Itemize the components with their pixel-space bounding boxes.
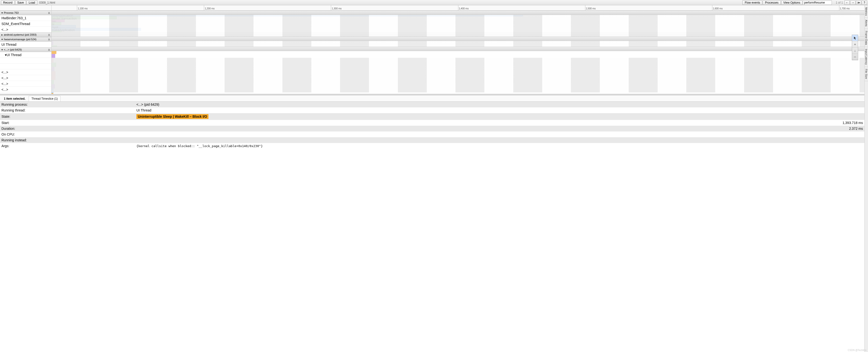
detail-key: Running instead:: [0, 137, 135, 143]
record-button[interactable]: Record: [1, 0, 15, 5]
detail-value: Uninterruptible Sleep | WakeKill – Block…: [135, 113, 864, 120]
time-ruler[interactable]: 1,100 ms1,200 ms1,300 ms1,400 ms1,500 ms…: [52, 5, 864, 10]
lane-dots-d[interactable]: [52, 87, 864, 93]
pan-tool-button[interactable]: ↔: [852, 54, 858, 60]
thread-label-dots-a[interactable]: <...>: [0, 69, 51, 75]
thread-label-sdm[interactable]: SDM_EventThread: [0, 21, 51, 27]
search-prev-button[interactable]: ←: [844, 0, 850, 5]
detail-key: Duration:: [0, 126, 135, 132]
detail-row: Start:1,393.718 ms: [0, 120, 864, 126]
lane-6429-row2[interactable]: [52, 58, 864, 64]
time-ruler-row: 1,100 ms1,200 ms1,300 ms1,400 ms1,500 ms…: [0, 5, 864, 10]
process-header-2093[interactable]: ▸android.systemui (pid 2093) X: [0, 33, 51, 37]
search-input[interactable]: [803, 0, 832, 5]
lane-dots1[interactable]: [52, 27, 864, 32]
thread-label-dots-c[interactable]: <...>: [0, 81, 51, 87]
detail-row: State:Uninterruptible Sleep | WakeKill –…: [0, 113, 864, 120]
detail-row: On CPU:: [0, 132, 864, 137]
detail-row: Args:{kernel callsite when blocked:: "__…: [0, 143, 864, 149]
thread-label-dots-b[interactable]: <...>: [0, 75, 51, 81]
close-icon[interactable]: X: [48, 11, 50, 14]
lane-6429-row3[interactable]: [52, 64, 864, 69]
pointer-icon: [853, 36, 857, 40]
file-title: 0309_1.html: [39, 1, 55, 4]
thread-label-dots-d[interactable]: <...>: [0, 87, 51, 93]
process-header-763[interactable]: ▾Process 763 X: [0, 10, 51, 15]
tab-thread-timeslice[interactable]: Thread Timeslice (1): [29, 96, 60, 101]
detail-value: [135, 132, 864, 137]
thread-label-ui-6429[interactable]: ▾ UI Thread: [0, 52, 51, 58]
detail-key: On CPU:: [0, 132, 135, 137]
lane-ui-524[interactable]: [52, 41, 864, 47]
right-side-tabs: Metrics Alerts Frame Data Input Latency …: [864, 5, 868, 352]
detail-row: Running thread:UI Thread: [0, 107, 864, 113]
detail-value: <...> (pid 6429): [135, 102, 864, 107]
thread-label-hwbinder[interactable]: HwBinder:763_1: [0, 15, 51, 21]
detail-value: {kernel callsite when blocked:: "__lock_…: [135, 143, 864, 149]
trace-sliver[interactable]: [52, 93, 53, 94]
lane-systemui[interactable]: [52, 32, 864, 37]
thread-label-dots[interactable]: <...>: [0, 27, 51, 33]
detail-value: UI Thread: [135, 107, 864, 113]
state-badge: Uninterruptible Sleep | WakeKill – Block…: [136, 114, 209, 119]
detail-key: Args:: [0, 143, 135, 149]
detail-row: Duration:2.372 ms: [0, 126, 864, 132]
thread-label-ui-524[interactable]: UI Thread: [0, 42, 51, 47]
ruler-tick: 1,200 ms: [204, 5, 214, 10]
side-tab-input-latency[interactable]: Input Latency: [865, 47, 868, 67]
track-label-gutter: ▾Process 763 X HwBinder:763_1 SDM_EventT…: [0, 10, 52, 94]
watermark: CSDN @TechMix: [848, 349, 867, 352]
help-button[interactable]: ?: [862, 0, 867, 5]
detail-value: 1,393.718 ms: [135, 120, 864, 126]
close-icon[interactable]: X: [48, 33, 50, 36]
detail-key: State:: [0, 113, 135, 120]
search-hit-counter: 1 of 1: [832, 1, 844, 4]
detail-key: Running thread:: [0, 107, 135, 113]
lane-6429-row0[interactable]: [52, 51, 864, 55]
detail-table: Running process:<...> (pid 6429)Running …: [0, 102, 864, 149]
process-header-524[interactable]: ▾hwservicemanage (pid 524) X: [0, 37, 51, 42]
lane-dots-c[interactable]: [52, 81, 864, 87]
pan-icon: ↔: [853, 55, 857, 59]
ruler-tick: 1,100 ms: [77, 5, 88, 10]
side-tab-file-size[interactable]: File Size: [865, 67, 868, 81]
lane-sdm[interactable]: [52, 21, 864, 27]
ruler-tick: 1,300 ms: [331, 5, 341, 10]
processes-button[interactable]: Processes: [763, 0, 780, 5]
tool-palette: + ↓ ↔: [852, 35, 858, 60]
detail-value: 2.372 ms: [135, 126, 864, 132]
close-icon[interactable]: X: [48, 48, 50, 51]
detail-row: Running process:<...> (pid 6429): [0, 102, 864, 107]
search-next-button[interactable]: →: [850, 0, 856, 5]
view-options-button[interactable]: View Options: [781, 0, 802, 5]
detail-key: Start:: [0, 120, 135, 126]
lane-dots-b[interactable]: [52, 75, 864, 81]
detail-pane: 1 item selected. Thread Timeslice (1) Ru…: [0, 95, 864, 352]
track-canvas[interactable]: Act... bindApplication binder transactio…: [52, 10, 864, 94]
down-arrow-icon: ↓: [854, 49, 856, 52]
save-button[interactable]: Save: [15, 0, 26, 5]
search-last-button[interactable]: ≫: [856, 0, 861, 5]
pointer-tool-button[interactable]: [852, 35, 858, 41]
lane-dots-a[interactable]: [52, 69, 864, 75]
detail-key: Running process:: [0, 102, 135, 107]
zoom-out-tool-button[interactable]: ↓: [852, 47, 858, 54]
lane-6429-row1[interactable]: [52, 55, 864, 58]
detail-value: [135, 137, 864, 143]
zoom-in-tool-button[interactable]: +: [852, 41, 858, 47]
selection-summary: 1 item selected.: [1, 96, 28, 101]
detail-row: Running instead:: [0, 137, 864, 143]
ruler-tick: 1,400 ms: [458, 5, 469, 10]
load-button[interactable]: Load: [27, 0, 37, 5]
side-tab-metrics[interactable]: Metrics: [865, 5, 868, 18]
plus-icon: +: [854, 42, 856, 46]
side-tab-alerts[interactable]: Alerts: [865, 18, 868, 29]
close-icon[interactable]: X: [48, 38, 50, 41]
side-tab-frame-data[interactable]: Frame Data: [865, 29, 868, 47]
lane-hwbinder[interactable]: [52, 15, 864, 21]
ruler-tick: 1,700 ms: [839, 5, 850, 10]
process-header-6429[interactable]: ▾<...> (pid 6429) X: [0, 47, 51, 52]
top-toolbar: Record Save Load 0309_1.html Flow events…: [0, 0, 868, 5]
flow-events-button[interactable]: Flow events: [742, 0, 762, 5]
ruler-tick: 1,600 ms: [712, 5, 723, 10]
